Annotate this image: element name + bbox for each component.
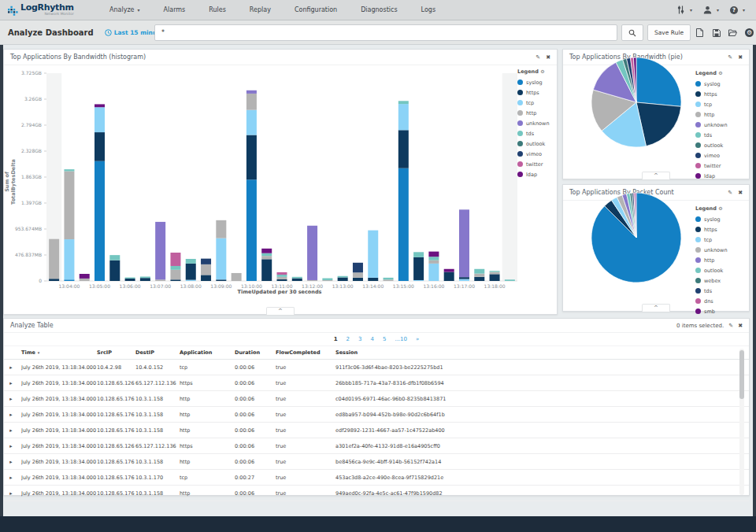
legend-item-tds[interactable]: tds [517, 128, 552, 139]
edit-panel-icon[interactable]: ✎ [728, 323, 733, 329]
bar-segment-vimeo[interactable] [201, 259, 211, 264]
nav-item-logs[interactable]: Logs [410, 0, 447, 20]
legend-item-syslog[interactable]: syslog [695, 214, 744, 224]
bar-segment-syslog[interactable] [246, 179, 257, 281]
legend-item-vimeo[interactable]: vimeo [517, 149, 552, 159]
table-scrollbar[interactable] [739, 349, 744, 495]
nav-item-rules[interactable]: Rules [197, 0, 238, 20]
legend-item-https[interactable]: https [517, 87, 552, 98]
bar-segment-tcp[interactable] [64, 239, 74, 279]
bar-segment-https[interactable] [186, 264, 196, 280]
bar-segment-http[interactable] [384, 279, 394, 281]
legend-item-outlook[interactable]: outlook [517, 139, 552, 149]
legend-item-ldap[interactable]: ldap [517, 169, 552, 179]
close-panel-icon[interactable]: ✖ [738, 54, 743, 61]
bar-segment-https[interactable] [170, 279, 180, 281]
bar-segment-https[interactable] [140, 278, 150, 281]
bar-segment-https[interactable] [459, 277, 469, 279]
bar-segment-tds[interactable] [186, 259, 196, 264]
bar-segment-tds[interactable] [428, 257, 439, 260]
new-document-button[interactable] [695, 28, 705, 38]
bar-segment-http[interactable] [64, 172, 74, 240]
search-button[interactable] [621, 24, 643, 41]
bar-segment-syslog[interactable] [398, 168, 409, 281]
expand-row-icon[interactable]: ▸ [4, 459, 21, 465]
close-panel-icon[interactable]: ✖ [738, 190, 743, 196]
legend-item-syslog[interactable]: syslog [517, 77, 552, 87]
page-link-2[interactable]: 2 [346, 336, 350, 342]
settings-button[interactable]: ⚙ [744, 28, 754, 38]
bar-segment-http[interactable] [353, 272, 363, 278]
bar-segment-tds[interactable] [125, 278, 135, 279]
bar-segment-https[interactable] [94, 132, 105, 161]
save-rule-button[interactable]: Save Rule [647, 24, 691, 41]
bar-segment-http[interactable] [201, 264, 211, 275]
bar-segment-tds[interactable] [413, 252, 424, 257]
bar-segment-tcp[interactable] [368, 231, 378, 278]
bar-segment-https[interactable] [338, 278, 348, 281]
bar-segment-syslog[interactable] [64, 279, 74, 281]
column-header-session[interactable]: Session [335, 349, 749, 356]
expand-row-icon[interactable]: ▸ [4, 380, 21, 386]
bar-segment-unknown[interactable] [155, 222, 165, 279]
legend-item-webex[interactable]: webex [695, 275, 744, 286]
table-row[interactable]: ▸July 26th 2019, 13:18:34.00010.128.65.1… [4, 423, 749, 438]
scrollbar-thumb[interactable] [739, 350, 744, 399]
bar-segment-https[interactable] [216, 279, 226, 281]
table-row[interactable]: ▸July 26th 2019, 13:18:34.00010.128.65.1… [4, 391, 749, 407]
legend-item-tcp[interactable]: tcp [517, 98, 552, 108]
close-panel-icon[interactable]: ✖ [738, 323, 743, 329]
expand-row-icon[interactable]: ▸ [4, 490, 21, 497]
legend-item-unknown[interactable]: unknown [517, 118, 552, 128]
bar-segment-https[interactable] [353, 278, 363, 281]
column-header-duration[interactable]: Duration [235, 349, 276, 356]
bar-segment-twitter[interactable] [170, 253, 180, 266]
bar-segment-https[interactable] [201, 275, 211, 281]
bar-segment-ldap[interactable] [444, 269, 454, 272]
bar-segment-https[interactable] [413, 257, 424, 280]
bar-segment-tcp[interactable] [459, 279, 469, 281]
legend-item-twitter[interactable]: twitter [517, 159, 552, 169]
bar-segment-http[interactable] [277, 277, 287, 279]
bar-segment-http[interactable] [49, 239, 59, 279]
bar-segment-http[interactable] [261, 256, 272, 259]
bar-segment-tds[interactable] [109, 255, 120, 260]
table-row[interactable]: ▸July 26th 2019, 13:18:34.00010.128.65.1… [4, 375, 749, 391]
help-menu-button[interactable]: ? ▾ [730, 6, 745, 14]
column-header-application[interactable]: Application [180, 349, 235, 356]
bar-segment-tds[interactable] [384, 278, 394, 279]
bar-segment-http[interactable] [490, 272, 500, 275]
bar-segment-vimeo[interactable] [353, 263, 363, 272]
legend-item-outlook[interactable]: outlook [695, 265, 744, 275]
legend-item-tcp[interactable]: tcp [695, 99, 744, 109]
bar-segment-tcp[interactable] [216, 238, 226, 280]
edit-panel-icon[interactable]: ✎ [728, 54, 732, 61]
expand-row-icon[interactable]: ▸ [4, 396, 21, 402]
bar-segment-tcp[interactable] [94, 107, 105, 132]
bar-segment-ldap[interactable] [94, 104, 105, 107]
legend-item-tds[interactable]: tds [695, 286, 744, 296]
legend-item-tcp[interactable]: tcp [695, 235, 744, 245]
legend-gear-icon[interactable]: ⚙ [540, 68, 544, 74]
bar-segment-tds[interactable] [490, 271, 500, 272]
legend-item-smb[interactable]: smb [695, 306, 744, 316]
bar-segment-tcp[interactable] [246, 110, 257, 135]
close-panel-icon[interactable]: ✖ [546, 54, 550, 61]
collapse-panel-button[interactable]: ^ [642, 172, 670, 179]
legend-gear-icon[interactable]: ⚙ [718, 70, 722, 76]
legend-item-syslog[interactable]: syslog [695, 79, 744, 89]
bar-segment-twitter[interactable] [277, 272, 287, 275]
bar-segment-https[interactable] [49, 279, 59, 281]
nav-item-replay[interactable]: Replay [238, 0, 283, 20]
legend-gear-icon[interactable]: ⚙ [718, 205, 722, 211]
collapse-panel-button[interactable]: ^ [266, 307, 295, 315]
user-menu-button[interactable]: ▾ [703, 6, 719, 14]
column-header-srcip[interactable]: SrcIP [97, 349, 135, 356]
page-link-...10[interactable]: ...10 [395, 336, 407, 342]
bar-segment-https[interactable] [292, 279, 302, 281]
bar-segment-http[interactable] [232, 273, 242, 281]
bar-segment-https[interactable] [109, 260, 120, 281]
bar-segment-tds[interactable] [338, 276, 348, 278]
bar-segment-unknown[interactable] [307, 226, 317, 280]
bar-segment-http[interactable] [246, 94, 257, 110]
